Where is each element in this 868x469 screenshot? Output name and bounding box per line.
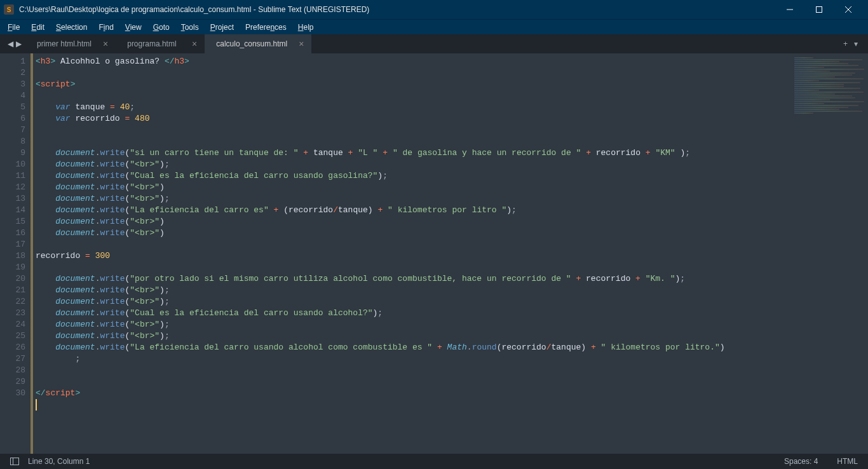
tab-nav-forward-icon[interactable]: ▶	[16, 39, 22, 48]
gutter: 1234567891011121314151617181920212223242…	[0, 53, 31, 454]
app-logo: S	[4, 4, 14, 15]
menubar: File Edit Selection Find View Goto Tools…	[0, 19, 868, 34]
statusbar: Line 30, Column 1 Spaces: 4 HTML	[0, 454, 868, 469]
menu-edit[interactable]: Edit	[26, 21, 50, 34]
tab-close-icon[interactable]: ×	[192, 39, 197, 49]
editor[interactable]: 1234567891011121314151617181920212223242…	[0, 53, 868, 454]
tab-close-icon[interactable]: ×	[299, 39, 304, 49]
tab-label: calculo_consum.html	[216, 39, 287, 48]
tab-primer-html[interactable]: primer html.html ×	[25, 34, 116, 53]
window-title: C:\Users\Raul\Desktop\logica de programa…	[19, 5, 369, 14]
tab-close-icon[interactable]: ×	[103, 39, 108, 49]
code-area[interactable]: <h3> Alcohhol o gasolina? </h3> <script>…	[31, 53, 792, 454]
svg-rect-1	[817, 7, 822, 13]
minimize-button[interactable]	[775, 0, 804, 19]
menu-file[interactable]: File	[3, 21, 25, 34]
menu-selection[interactable]: Selection	[51, 21, 92, 34]
tabbar: ◀ ▶ primer html.html × programa.html × c…	[0, 34, 868, 53]
tab-dropdown-icon[interactable]: ▾	[854, 39, 858, 48]
menu-find[interactable]: Find	[93, 21, 118, 34]
tab-label: programa.html	[127, 39, 176, 48]
menu-tools[interactable]: Tools	[176, 21, 204, 34]
menu-preferences[interactable]: Preferences	[240, 21, 292, 34]
tab-programa[interactable]: programa.html ×	[116, 34, 205, 53]
titlebar: S C:\Users\Raul\Desktop\logica de progra…	[0, 0, 868, 19]
status-syntax[interactable]: HTML	[837, 457, 858, 466]
menu-goto[interactable]: Goto	[148, 21, 175, 34]
close-button[interactable]	[834, 0, 863, 19]
panel-toggle-icon[interactable]	[10, 458, 19, 465]
tab-calculo-consum[interactable]: calculo_consum.html ×	[205, 34, 311, 53]
menu-view[interactable]: View	[120, 21, 147, 34]
tab-nav-back-icon[interactable]: ◀	[8, 39, 13, 48]
menu-project[interactable]: Project	[205, 21, 239, 34]
maximize-button[interactable]	[804, 0, 834, 19]
tab-label: primer html.html	[37, 39, 92, 48]
menu-help[interactable]: Help	[293, 21, 319, 34]
status-position[interactable]: Line 30, Column 1	[28, 457, 90, 466]
new-tab-icon[interactable]: +	[843, 39, 848, 48]
minimap[interactable]	[792, 53, 868, 454]
status-spaces[interactable]: Spaces: 4	[784, 457, 818, 466]
